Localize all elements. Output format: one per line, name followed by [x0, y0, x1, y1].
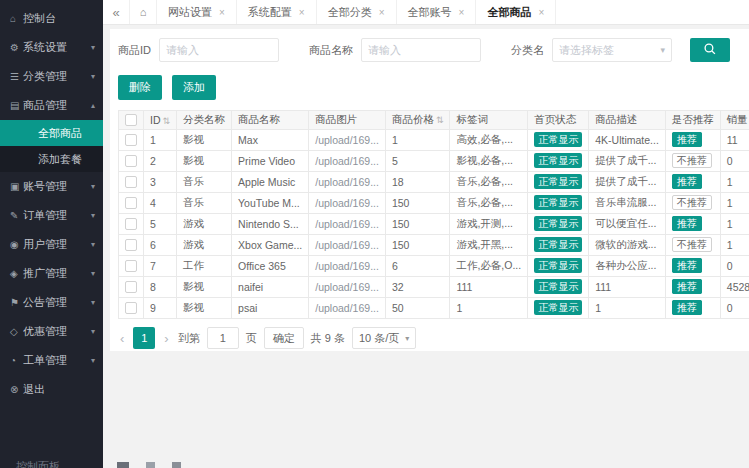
- sidebar-item[interactable]: ▣ 账号管理 ▾: [0, 172, 103, 201]
- cell-tags: 游戏,开黑,...: [450, 235, 528, 256]
- chevron-icon: ▾: [91, 182, 95, 191]
- row-checkbox[interactable]: [125, 134, 137, 146]
- cell-checkbox: [119, 151, 144, 172]
- tab-close-icon[interactable]: ×: [379, 7, 385, 18]
- sidebar-item[interactable]: ▤ 商品管理 ▴: [0, 91, 103, 120]
- cell-checkbox: [119, 214, 144, 235]
- tab[interactable]: 全部商品 ×: [476, 0, 556, 24]
- cutoff-footer-icons: [117, 462, 181, 468]
- next-page-icon[interactable]: ›: [162, 331, 170, 346]
- current-page-button[interactable]: 1: [133, 327, 155, 349]
- row-checkbox[interactable]: [125, 302, 137, 314]
- tab[interactable]: 全部账号 ×: [397, 0, 477, 24]
- cell-tags: 音乐,必备,...: [450, 172, 528, 193]
- page-size-select[interactable]: 10 条/页 ▾: [352, 327, 416, 349]
- column-header: 商品描述⇅: [589, 111, 666, 130]
- recommend-badge: 推荐: [672, 258, 702, 273]
- sidebar-item[interactable]: ◔ 工单管理 ▾: [0, 346, 103, 375]
- sort-icon[interactable]: ⇅: [436, 115, 444, 125]
- table-row: 4 音乐 YouTube M... /upload/169... 150 音乐,…: [119, 193, 749, 214]
- table-row: 3 音乐 Apple Music /upload/169... 18 音乐,必备…: [119, 172, 749, 193]
- row-checkbox[interactable]: [125, 176, 137, 188]
- sidebar-item-label: 账号管理: [23, 179, 91, 194]
- sidebar-item[interactable]: 全部商品: [0, 120, 103, 146]
- column-header: 销量⇅: [720, 111, 749, 130]
- column-header-label: ID: [150, 114, 161, 126]
- add-button[interactable]: 添加: [172, 75, 216, 100]
- home-tab-icon[interactable]: ⌂: [129, 0, 157, 24]
- row-checkbox[interactable]: [125, 281, 137, 293]
- search-icon: [703, 42, 717, 59]
- cell-tags: 工作,必备,O...: [450, 256, 528, 277]
- cell-recommend: 推荐: [665, 256, 720, 277]
- cell-sales: 1: [720, 172, 749, 193]
- sidebar-item[interactable]: ⊗ 退出: [0, 375, 103, 404]
- tab-close-icon[interactable]: ×: [538, 7, 544, 18]
- category-select[interactable]: 请选择标签 ▾: [552, 38, 672, 62]
- sidebar-item[interactable]: ◈ 推广管理 ▾: [0, 259, 103, 288]
- tab-close-icon[interactable]: ×: [459, 7, 465, 18]
- jump-page-input[interactable]: [207, 327, 239, 349]
- collapse-sidebar-icon[interactable]: «: [103, 0, 129, 24]
- cell-price: 32: [385, 277, 450, 298]
- cell-id: 3: [144, 172, 177, 193]
- sidebar-item-label: 用户管理: [23, 237, 91, 252]
- row-checkbox[interactable]: [125, 260, 137, 272]
- tab-close-icon[interactable]: ×: [299, 7, 305, 18]
- jump-suffix-label: 页: [246, 331, 257, 346]
- admin-app: ⌂ 控制台 ⚙ 系统设置 ▾ ☰ 分类管理 ▾ ▤ 商品管理 ▴: [0, 0, 749, 468]
- sidebar-item[interactable]: ◇ 优惠管理 ▾: [0, 317, 103, 346]
- row-checkbox[interactable]: [125, 197, 137, 209]
- sidebar-item-icon: ⊗: [10, 384, 23, 395]
- tab-label: 全部账号: [408, 5, 452, 20]
- product-id-input[interactable]: [159, 38, 279, 62]
- cell-description: 各种办公应...: [589, 256, 666, 277]
- sidebar-item-icon: ◇: [10, 326, 23, 337]
- tab-label: 全部分类: [328, 5, 372, 20]
- delete-button[interactable]: 删除: [118, 75, 162, 100]
- sidebar-item[interactable]: ☰ 分类管理 ▾: [0, 62, 103, 91]
- tab[interactable]: 网站设置 ×: [157, 0, 237, 24]
- select-all-checkbox[interactable]: [125, 114, 137, 126]
- cell-price: 6: [385, 256, 450, 277]
- sidebar-item[interactable]: ⚑ 公告管理 ▾: [0, 288, 103, 317]
- chevron-icon: ▾: [91, 269, 95, 278]
- tab[interactable]: 全部分类 ×: [317, 0, 397, 24]
- search-button[interactable]: [690, 38, 730, 62]
- header-checkbox-cell: [119, 111, 144, 130]
- sidebar-item-label: 订单管理: [23, 208, 91, 223]
- table-row: 1 影视 Max /upload/169... 1 高效,必备,... 正常显示…: [119, 130, 749, 151]
- cell-id: 5: [144, 214, 177, 235]
- cell-sales: 0: [720, 256, 749, 277]
- sidebar-item-label: 系统设置: [23, 40, 91, 55]
- cell-category: 影视: [177, 277, 232, 298]
- sort-icon[interactable]: ⇅: [163, 116, 171, 126]
- sidebar-item-label: 工单管理: [23, 353, 91, 368]
- row-checkbox[interactable]: [125, 218, 137, 230]
- sidebar-item[interactable]: ◉ 用户管理 ▾: [0, 230, 103, 259]
- product-name-input[interactable]: [361, 38, 481, 62]
- column-header-label: 销量: [727, 113, 748, 125]
- sidebar-item[interactable]: ⚙ 系统设置 ▾: [0, 33, 103, 62]
- category-label: 分类名: [511, 43, 544, 58]
- row-checkbox[interactable]: [125, 155, 137, 167]
- tab[interactable]: 系统配置 ×: [237, 0, 317, 24]
- tab-close-icon[interactable]: ×: [219, 7, 225, 18]
- sidebar-item[interactable]: 添加套餐: [0, 146, 103, 172]
- row-checkbox[interactable]: [125, 239, 137, 251]
- cell-sales: 11: [720, 130, 749, 151]
- cell-id: 6: [144, 235, 177, 256]
- table-row: 7 工作 Office 365 /upload/169... 6 工作,必备,O…: [119, 256, 749, 277]
- jump-confirm-button[interactable]: 确定: [264, 327, 304, 349]
- sidebar: ⌂ 控制台 ⚙ 系统设置 ▾ ☰ 分类管理 ▾ ▤ 商品管理 ▴: [0, 0, 103, 468]
- sidebar-item-icon: ☰: [10, 71, 23, 82]
- prev-page-icon[interactable]: ‹: [118, 331, 126, 346]
- cell-price: 150: [385, 214, 450, 235]
- sidebar-item[interactable]: ⌂ 控制台: [0, 4, 103, 33]
- recommend-badge: 不推荐: [672, 237, 712, 252]
- tab-label: 系统配置: [248, 5, 292, 20]
- cell-id: 4: [144, 193, 177, 214]
- cell-sales: 1: [720, 193, 749, 214]
- cell-category: 工作: [177, 256, 232, 277]
- sidebar-item[interactable]: ✎ 订单管理 ▾: [0, 201, 103, 230]
